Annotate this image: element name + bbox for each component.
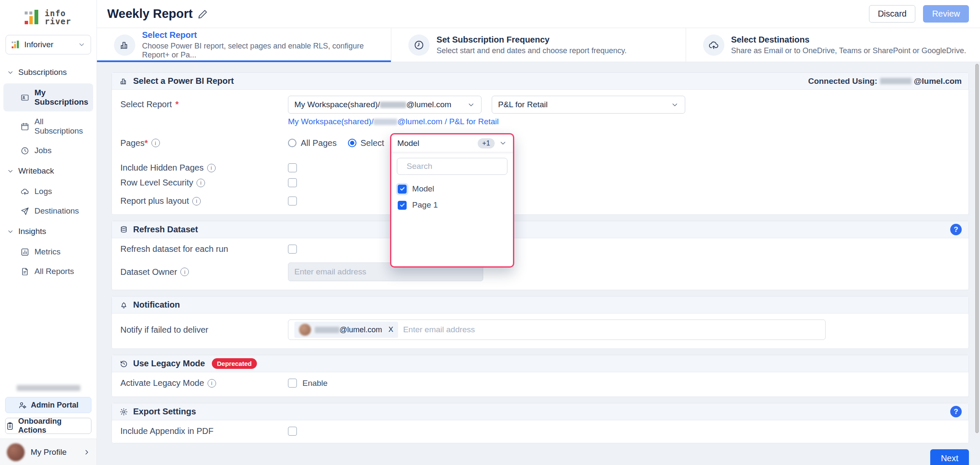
review-button[interactable]: Review [923, 5, 969, 23]
next-button[interactable]: Next [930, 449, 969, 465]
sidebar-item-all-reports[interactable]: All Reports [3, 262, 93, 281]
checkbox-checked[interactable] [398, 201, 407, 210]
sidebar-item-metrics[interactable]: Metrics [3, 242, 93, 261]
section-title: Notification [133, 300, 180, 310]
workspace-selector[interactable]: Inforiver [6, 35, 91, 54]
activate-legacy-checkbox[interactable] [288, 379, 297, 388]
notify-email-input[interactable] [403, 325, 819, 334]
discard-button[interactable]: Discard [869, 5, 916, 23]
chevron-down-icon [7, 168, 14, 175]
pages-dropdown-panel: Model Page 1 [391, 152, 513, 266]
pages-option-model[interactable]: Model [397, 181, 507, 197]
info-icon[interactable]: i [151, 139, 160, 147]
tab-select-destinations[interactable]: Select Destinations Share as Email or to… [686, 28, 980, 62]
include-appendix-checkbox[interactable] [288, 427, 297, 436]
edit-pencil-icon[interactable] [198, 9, 208, 19]
info-icon[interactable]: i [192, 197, 201, 205]
sidebar: info river Inforiver Subscriptions M [0, 0, 97, 465]
info-icon[interactable]: i [180, 268, 189, 276]
sidebar-item-my-subscriptions[interactable]: My Subscriptions [3, 83, 93, 111]
include-hidden-pages-label: Include Hidden Pages i [120, 163, 288, 173]
chevron-down-icon [7, 228, 14, 235]
include-hidden-pages-checkbox[interactable] [288, 163, 297, 172]
sidebar-item-label: All Reports [34, 267, 74, 276]
dataset-owner-input [294, 267, 477, 277]
tab-desc: Choose Power BI report, select pages and… [142, 42, 391, 60]
sidebar-item-label: My Subscriptions [34, 88, 90, 107]
refresh-dataset-body: Refresh dataset for each run Dataset Own… [112, 238, 969, 290]
bell-icon [120, 301, 128, 309]
checkbox-checked[interactable] [398, 185, 407, 194]
chevron-down-icon [7, 69, 14, 76]
info-icon[interactable]: i [197, 179, 205, 187]
select-report-row: Select Report* My Workspace(shared)/@lum… [120, 96, 960, 126]
sidebar-item-jobs[interactable]: Jobs [3, 141, 93, 160]
legacy-mode-body: Activate Legacy Mode i Enable [112, 372, 969, 397]
nav-group-label: Subscriptions [18, 68, 67, 77]
notify-row: Notify if failed to deliver @lumel.com X [120, 320, 960, 340]
tab-label: Select Destinations [731, 35, 966, 45]
activate-legacy-row: Activate Legacy Mode i Enable [120, 378, 960, 388]
sidebar-item-label: Destinations [34, 206, 79, 216]
all-pages-radio[interactable] [288, 139, 296, 147]
redacted-email-prefix [380, 102, 406, 108]
activate-legacy-label: Activate Legacy Mode i [120, 378, 288, 388]
sidebar-item-all-subscriptions[interactable]: All Subscriptions [3, 112, 93, 140]
info-icon[interactable]: i [207, 164, 216, 172]
select-pages-radio[interactable] [348, 139, 356, 147]
section-title: Use Legacy Mode [133, 359, 205, 368]
calendar-icon [20, 122, 29, 131]
email-chip-text: @lumel.com [315, 325, 382, 334]
tab-set-frequency[interactable]: Set Subscription Frequency Select start … [391, 28, 686, 62]
avatar [7, 443, 25, 461]
notify-email-input-wrapper[interactable]: @lumel.com X [288, 320, 826, 340]
nav-group-insights[interactable]: Insights [0, 221, 97, 242]
workspace-dropdown-value: My Workspace(shared)/@lumel.com [294, 100, 463, 109]
refresh-each-run-row: Refresh dataset for each run [120, 244, 960, 254]
my-profile-row[interactable]: My Profile [0, 439, 97, 465]
help-icon[interactable]: ? [950, 406, 962, 417]
workspace-dropdown[interactable]: My Workspace(shared)/@lumel.com [288, 96, 481, 114]
history-clock-icon [120, 359, 128, 368]
admin-portal-button[interactable]: Admin Portal [5, 397, 91, 413]
refresh-each-run-checkbox[interactable] [288, 245, 297, 254]
pages-dropdown-wrapper: Model +1 [390, 134, 514, 152]
clock-icon [20, 146, 29, 155]
sidebar-item-label: Logs [34, 187, 52, 196]
content-area: Select a Power BI Report Connected Using… [97, 62, 980, 465]
tab-select-report[interactable]: Select Report Choose Power BI report, se… [97, 28, 391, 62]
info-icon[interactable]: i [208, 379, 216, 388]
required-asterisk: * [175, 100, 179, 109]
redacted-version-text [17, 385, 80, 391]
page-title: Weekly Report [107, 7, 193, 21]
app-window: info river Inforiver Subscriptions M [0, 0, 980, 465]
top-actions: Discard Review [869, 5, 969, 23]
row-level-security-checkbox[interactable] [288, 178, 297, 187]
refresh-dataset-section: Refresh Dataset ? Refresh dataset for ea… [111, 221, 969, 290]
include-appendix-row: Include Appendix in PDF [120, 426, 960, 436]
nav-group-subscriptions[interactable]: Subscriptions [0, 62, 97, 83]
report-dropdown[interactable]: P&L for Retail [492, 96, 685, 114]
select-pages-radio-label: Select [361, 138, 385, 148]
sidebar-item-destinations[interactable]: Destinations [3, 202, 93, 220]
send-icon [20, 207, 29, 216]
section-title: Select a Power BI Report [133, 76, 234, 86]
help-icon[interactable]: ? [950, 224, 962, 235]
remove-chip-button[interactable]: X [388, 325, 393, 334]
sidebar-nav: Subscriptions My Subscriptions All Subsc… [0, 59, 97, 380]
admin-portal-label: Admin Portal [31, 401, 78, 410]
sidebar-item-logs[interactable]: Logs [3, 182, 93, 201]
export-settings-body: Include Appendix in PDF [112, 420, 969, 443]
onboarding-actions-button[interactable]: Onboarding Actions [5, 418, 91, 434]
report-plus-layout-row: Report plus layout i [120, 196, 960, 206]
report-plus-layout-checkbox[interactable] [288, 197, 297, 205]
scrollbar[interactable] [975, 64, 979, 433]
pages-option-label: Page 1 [412, 200, 438, 210]
pages-option-page1[interactable]: Page 1 [397, 197, 507, 213]
pages-dropdown-control[interactable]: Model +1 [391, 134, 513, 152]
nav-group-writeback[interactable]: Writeback [0, 161, 97, 181]
pages-search-input[interactable] [407, 162, 511, 171]
legacy-mode-section: Use Legacy Mode Deprecated Activate Lega… [111, 355, 969, 397]
report-breadcrumb-link[interactable]: My Workspace(shared)/@lumel.com / P&L fo… [288, 117, 960, 126]
wizard-tabs: Select Report Choose Power BI report, se… [97, 28, 980, 62]
